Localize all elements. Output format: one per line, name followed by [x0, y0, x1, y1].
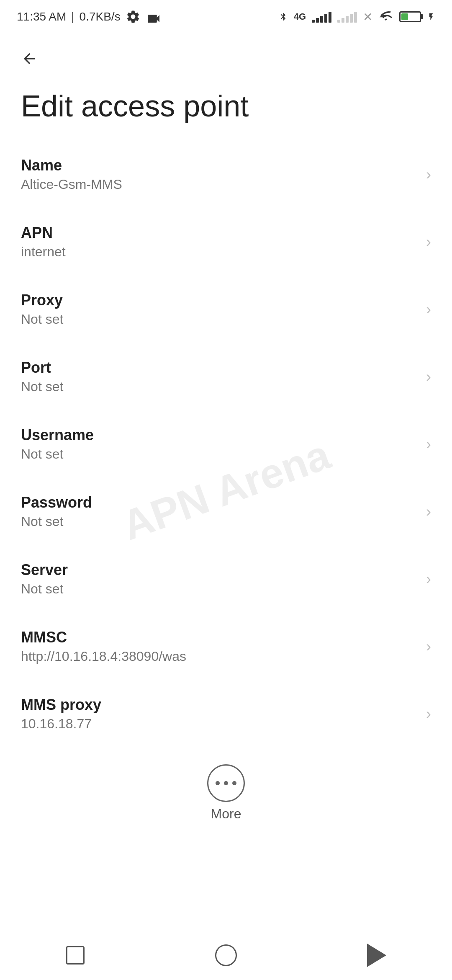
- chevron-right-icon: ›: [426, 705, 431, 723]
- more-label: More: [211, 806, 241, 822]
- item-content: MMSChttp://10.16.18.4:38090/was: [21, 629, 418, 664]
- settings-item[interactable]: UsernameNot set›: [0, 410, 452, 478]
- settings-icon: [126, 9, 141, 24]
- item-value: Not set: [21, 312, 418, 327]
- settings-item[interactable]: APNinternet›: [0, 208, 452, 276]
- item-label: APN: [21, 224, 418, 242]
- item-value: internet: [21, 244, 418, 260]
- item-content: ProxyNot set: [21, 291, 418, 327]
- settings-list: NameAltice-Gsm-MMS›APNinternet›ProxyNot …: [0, 141, 452, 748]
- battery-indicator: [399, 11, 421, 22]
- item-value: Altice-Gsm-MMS: [21, 177, 418, 192]
- chevron-right-icon: ›: [426, 503, 431, 521]
- settings-item[interactable]: ServerNot set›: [0, 545, 452, 613]
- item-content: APNinternet: [21, 224, 418, 260]
- time-display: 11:35 AM: [17, 10, 66, 23]
- back-button[interactable]: [17, 46, 42, 71]
- item-label: Server: [21, 561, 418, 579]
- item-value: Not set: [21, 379, 418, 395]
- item-content: UsernameNot set: [21, 426, 418, 462]
- item-label: MMSC: [21, 629, 418, 646]
- item-value: 10.16.18.77: [21, 716, 418, 732]
- home-button[interactable]: [209, 939, 243, 972]
- item-content: ServerNot set: [21, 561, 418, 597]
- more-button-container[interactable]: More: [0, 748, 452, 830]
- top-nav: [0, 34, 452, 80]
- status-right: 4G ✕: [279, 10, 435, 24]
- signal-bars-1: [312, 11, 331, 23]
- chevron-right-icon: ›: [426, 368, 431, 386]
- item-label: Username: [21, 426, 418, 444]
- item-label: Port: [21, 359, 418, 377]
- settings-item[interactable]: PortNot set›: [0, 343, 452, 410]
- item-label: Name: [21, 157, 418, 174]
- speed-display: |: [71, 10, 74, 23]
- settings-item[interactable]: PasswordNot set›: [0, 478, 452, 545]
- item-value: Not set: [21, 446, 418, 462]
- chevron-right-icon: ›: [426, 436, 431, 453]
- video-icon: [146, 11, 162, 23]
- more-dots: [216, 781, 236, 785]
- item-content: PasswordNot set: [21, 494, 418, 529]
- chevron-right-icon: ›: [426, 166, 431, 183]
- settings-item[interactable]: ProxyNot set›: [0, 276, 452, 343]
- back-nav-button[interactable]: [360, 939, 393, 972]
- chevron-right-icon: ›: [426, 638, 431, 655]
- page-title: Edit access point: [0, 80, 452, 141]
- item-content: PortNot set: [21, 359, 418, 395]
- bluetooth-icon: [279, 10, 288, 23]
- settings-item[interactable]: MMS proxy10.16.18.77›: [0, 680, 452, 748]
- item-value: Not set: [21, 514, 418, 529]
- more-circle-icon: [207, 764, 245, 802]
- item-value: Not set: [21, 581, 418, 597]
- item-value: http://10.16.18.4:38090/was: [21, 649, 418, 664]
- status-bar: 11:35 AM | 0.7KB/s 4G: [0, 0, 452, 34]
- signal-bars-2: [337, 11, 357, 23]
- data-speed: 0.7KB/s: [80, 10, 121, 23]
- settings-item[interactable]: MMSChttp://10.16.18.4:38090/was›: [0, 613, 452, 680]
- item-content: MMS proxy10.16.18.77: [21, 696, 418, 732]
- status-left: 11:35 AM | 0.7KB/s: [17, 9, 162, 24]
- item-content: NameAltice-Gsm-MMS: [21, 157, 418, 192]
- item-label: Proxy: [21, 291, 418, 309]
- no-signal-icon: ✕: [363, 10, 372, 24]
- recent-apps-button[interactable]: [59, 939, 92, 972]
- bottom-nav: [0, 930, 452, 980]
- item-label: MMS proxy: [21, 696, 418, 714]
- item-label: Password: [21, 494, 418, 511]
- wifi-icon: [378, 11, 393, 23]
- chevron-right-icon: ›: [426, 301, 431, 318]
- settings-item[interactable]: NameAltice-Gsm-MMS›: [0, 141, 452, 208]
- network-badge: 4G: [294, 11, 306, 22]
- chevron-right-icon: ›: [426, 233, 431, 251]
- chevron-right-icon: ›: [426, 570, 431, 588]
- charging-icon: [427, 10, 435, 23]
